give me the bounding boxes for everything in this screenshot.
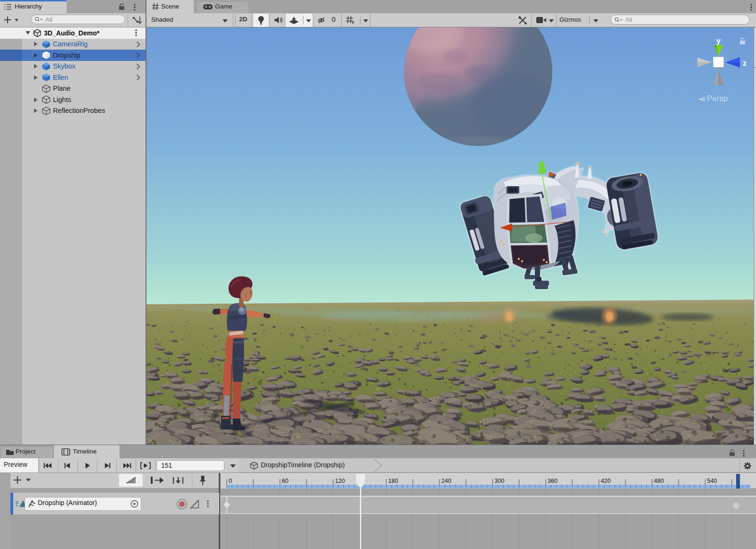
svg-text:60: 60 <box>282 478 289 484</box>
svg-text:180: 180 <box>388 478 398 484</box>
svg-text:360: 360 <box>548 478 558 484</box>
svg-text:0: 0 <box>229 478 232 484</box>
svg-text:240: 240 <box>441 478 451 484</box>
svg-text:480: 480 <box>654 478 664 484</box>
svg-text:300: 300 <box>495 478 505 484</box>
svg-text:540: 540 <box>707 478 717 484</box>
svg-text:120: 120 <box>335 478 345 484</box>
svg-text:Persp: Persp <box>707 94 728 103</box>
svg-text:y: y <box>716 37 721 45</box>
svg-text:Y: Y <box>352 20 354 25</box>
svg-text:420: 420 <box>601 478 611 484</box>
svg-text:z: z <box>743 59 747 67</box>
